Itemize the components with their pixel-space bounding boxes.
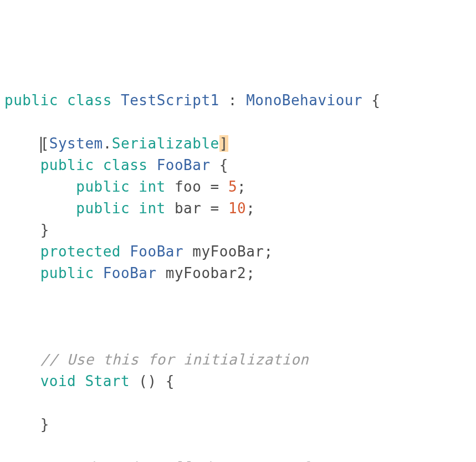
number-literal: 10 [228,200,246,217]
equals: = [211,200,219,217]
code-editor[interactable]: public class TestScript1 : MonoBehaviour… [4,90,472,462]
keyword-public: public [40,157,94,173]
keyword-int: int [139,178,165,195]
open-brace: { [166,373,175,389]
attribute-name: Serializable [112,135,219,152]
code-line: void Start () { [4,373,175,389]
code-line: } [4,416,49,433]
equals: = [211,178,219,195]
open-brace: { [371,92,380,109]
code-line: public int bar = 10; [4,200,255,217]
open-brace: { [219,157,228,173]
dot: . [103,135,112,152]
identifier: foo [175,178,201,195]
class-name: FooBar [157,157,211,173]
code-line: public class FooBar { [4,157,228,173]
keyword-public: public [76,200,130,217]
keyword-class: class [103,157,148,173]
colon: : [228,92,237,109]
base-class-name: MonoBehaviour [246,92,362,109]
semicolon: ; [237,178,246,195]
code-line: // Use this for initialization [4,351,309,368]
identifier: myFooBar [192,243,264,260]
keyword-protected: protected [40,243,121,260]
identifier: bar [175,200,201,217]
code-line: protected FooBar myFooBar; [4,243,273,260]
keyword-int: int [139,200,165,217]
open-bracket: [ [40,135,49,152]
identifier: myFoobar2 [166,265,246,281]
close-brace: } [40,416,49,433]
class-name: TestScript1 [121,92,219,109]
code-line: [System.Serializable] [4,135,228,152]
number-literal: 5 [228,178,237,195]
type-reference: FooBar [103,265,157,281]
text-cursor [40,137,42,153]
semicolon: ; [246,200,255,217]
close-bracket-highlighted: ] [219,135,228,152]
keyword-public: public [40,265,94,281]
code-line: public class TestScript1 : MonoBehaviour… [4,92,380,109]
keyword-public: public [4,92,58,109]
type-reference: FooBar [130,243,183,260]
semicolon: ; [246,265,255,281]
comment: // Use this for initialization [40,351,309,368]
method-name: Start [85,373,130,389]
comment: // Update is called once per frame [40,459,345,462]
keyword-public: public [76,178,130,195]
semicolon: ; [264,243,273,260]
code-line: } [4,222,49,238]
code-line: public int foo = 5; [4,178,246,195]
keyword-void: void [40,373,76,389]
namespace: System [49,135,103,152]
keyword-class: class [67,92,112,109]
close-brace: } [40,222,49,238]
code-line: // Update is called once per frame [4,459,345,462]
parentheses: () [139,373,156,389]
code-line: public FooBar myFoobar2; [4,265,255,281]
